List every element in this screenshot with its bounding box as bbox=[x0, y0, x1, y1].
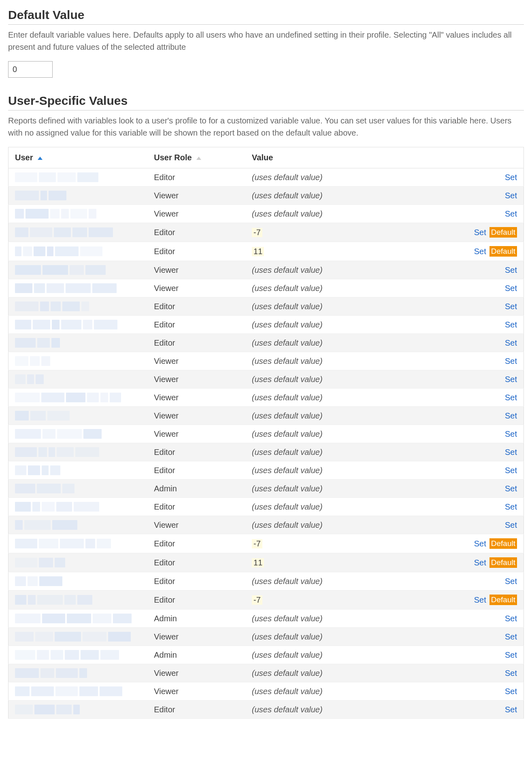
role-cell: Viewer bbox=[147, 407, 245, 425]
user-cell bbox=[9, 480, 148, 498]
set-button[interactable]: Set bbox=[505, 632, 517, 642]
set-button[interactable]: Set bbox=[505, 173, 517, 182]
user-cell bbox=[9, 461, 148, 480]
table-row: Editor-7SetDefault bbox=[9, 534, 524, 553]
value-cell: (uses default value)Set bbox=[245, 316, 523, 334]
user-redacted bbox=[15, 502, 141, 512]
user-cell bbox=[9, 610, 148, 628]
user-cell bbox=[9, 553, 148, 572]
column-header-role-label: User Role bbox=[154, 153, 192, 162]
uses-default-text: (uses default value) bbox=[252, 632, 323, 642]
table-row: Viewer(uses default value)Set bbox=[9, 205, 524, 223]
set-button[interactable]: Set bbox=[505, 302, 517, 311]
value-cell: (uses default value)Set bbox=[245, 334, 523, 352]
default-button[interactable]: Default bbox=[489, 538, 517, 549]
role-cell: Editor bbox=[147, 316, 245, 334]
set-button[interactable]: Set bbox=[505, 209, 517, 219]
user-redacted bbox=[15, 172, 141, 182]
role-cell: Editor bbox=[147, 534, 245, 553]
user-cell bbox=[9, 168, 148, 187]
value-cell: (uses default value)Set bbox=[245, 628, 523, 646]
column-header-role[interactable]: User Role bbox=[147, 147, 245, 168]
set-button[interactable]: Set bbox=[505, 687, 517, 696]
default-button[interactable]: Default bbox=[489, 557, 517, 568]
value-cell: (uses default value)Set bbox=[245, 168, 523, 187]
set-button[interactable]: Set bbox=[474, 228, 486, 237]
set-button[interactable]: Set bbox=[505, 484, 517, 493]
set-button[interactable]: Set bbox=[474, 595, 486, 605]
uses-default-text: (uses default value) bbox=[252, 687, 323, 696]
table-row: Viewer(uses default value)Set bbox=[9, 279, 524, 297]
set-button[interactable]: Set bbox=[505, 266, 517, 275]
default-button[interactable]: Default bbox=[489, 227, 517, 238]
value-cell: -7SetDefault bbox=[245, 534, 523, 553]
value-cell: (uses default value)Set bbox=[245, 461, 523, 480]
value-cell: (uses default value)Set bbox=[245, 187, 523, 205]
set-button[interactable]: Set bbox=[505, 191, 517, 200]
value-cell: 11SetDefault bbox=[245, 242, 523, 261]
default-button[interactable]: Default bbox=[489, 595, 517, 605]
column-header-user[interactable]: User bbox=[9, 147, 148, 168]
user-cell bbox=[9, 242, 148, 261]
user-cell bbox=[9, 389, 148, 407]
user-cell bbox=[9, 664, 148, 682]
user-cell bbox=[9, 425, 148, 443]
default-button[interactable]: Default bbox=[489, 246, 517, 257]
user-cell bbox=[9, 316, 148, 334]
set-button[interactable]: Set bbox=[505, 284, 517, 293]
user-redacted bbox=[15, 209, 141, 219]
set-button[interactable]: Set bbox=[474, 539, 486, 548]
user-redacted bbox=[15, 668, 141, 678]
uses-default-text: (uses default value) bbox=[252, 375, 323, 384]
set-button[interactable]: Set bbox=[505, 411, 517, 421]
user-cell bbox=[9, 352, 148, 370]
default-value-input[interactable] bbox=[8, 61, 53, 78]
table-row: Editor(uses default value)Set bbox=[9, 443, 524, 461]
value-cell: (uses default value)Set bbox=[245, 279, 523, 297]
set-button[interactable]: Set bbox=[505, 614, 517, 623]
set-button[interactable]: Set bbox=[505, 393, 517, 402]
value-cell: (uses default value)Set bbox=[245, 701, 523, 719]
uses-default-text: (uses default value) bbox=[252, 429, 323, 439]
column-header-value[interactable]: Value bbox=[245, 147, 523, 168]
set-button[interactable]: Set bbox=[505, 357, 517, 366]
user-cell bbox=[9, 646, 148, 664]
value-cell: (uses default value)Set bbox=[245, 407, 523, 425]
set-button[interactable]: Set bbox=[505, 705, 517, 714]
role-cell: Editor bbox=[147, 498, 245, 516]
set-button[interactable]: Set bbox=[505, 520, 517, 530]
role-cell: Editor bbox=[147, 553, 245, 572]
set-button[interactable]: Set bbox=[474, 558, 486, 567]
set-button[interactable]: Set bbox=[505, 577, 517, 586]
table-row: Viewer(uses default value)Set bbox=[9, 516, 524, 534]
table-row: Viewer(uses default value)Set bbox=[9, 664, 524, 682]
set-button[interactable]: Set bbox=[505, 320, 517, 329]
table-row: Editor(uses default value)Set bbox=[9, 572, 524, 591]
set-button[interactable]: Set bbox=[505, 669, 517, 678]
set-button[interactable]: Set bbox=[505, 502, 517, 512]
uses-default-text: (uses default value) bbox=[252, 173, 323, 182]
user-redacted bbox=[15, 632, 141, 642]
uses-default-text: (uses default value) bbox=[252, 520, 323, 530]
value-cell: (uses default value)Set bbox=[245, 389, 523, 407]
set-button[interactable]: Set bbox=[505, 375, 517, 384]
value-cell: (uses default value)Set bbox=[245, 261, 523, 279]
user-redacted bbox=[15, 302, 141, 311]
set-button[interactable]: Set bbox=[505, 448, 517, 457]
value-cell: (uses default value)Set bbox=[245, 370, 523, 389]
uses-default-text: (uses default value) bbox=[252, 705, 323, 714]
table-row: Admin(uses default value)Set bbox=[9, 646, 524, 664]
value-cell: (uses default value)Set bbox=[245, 516, 523, 534]
set-button[interactable]: Set bbox=[474, 247, 486, 256]
uses-default-text: (uses default value) bbox=[252, 393, 323, 402]
set-button[interactable]: Set bbox=[505, 429, 517, 439]
set-button[interactable]: Set bbox=[505, 466, 517, 475]
user-redacted bbox=[15, 338, 141, 348]
role-cell: Editor bbox=[147, 242, 245, 261]
table-row: Editor(uses default value)Set bbox=[9, 701, 524, 719]
set-button[interactable]: Set bbox=[505, 338, 517, 348]
sort-none-icon bbox=[196, 157, 201, 160]
user-redacted bbox=[15, 650, 141, 660]
set-button[interactable]: Set bbox=[505, 650, 517, 660]
user-redacted bbox=[15, 411, 141, 421]
